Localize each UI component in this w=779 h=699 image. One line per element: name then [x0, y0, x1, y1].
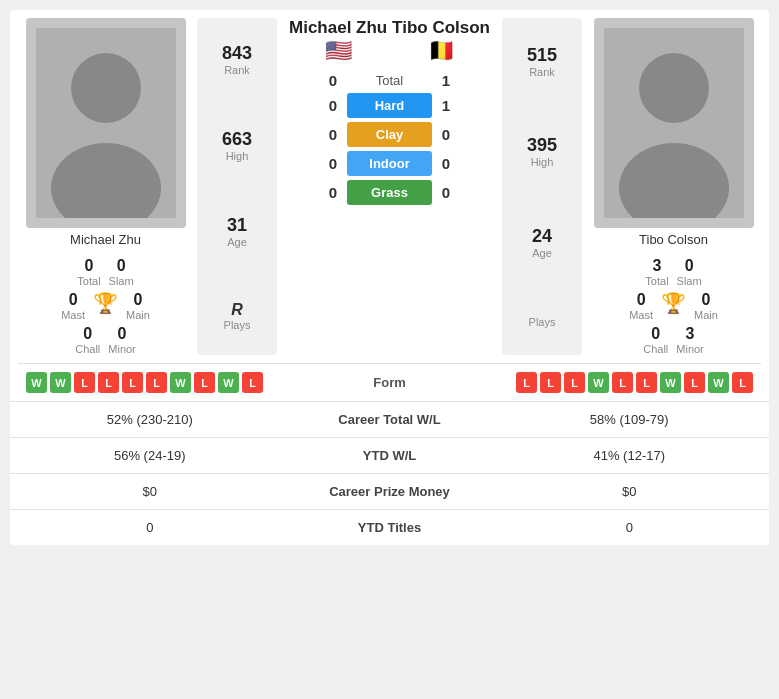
left-form-badge-7: L: [194, 372, 215, 393]
career-wl-row: 52% (230-210) Career Total W/L 58% (109-…: [10, 401, 769, 437]
center-block: Michael Zhu 🇺🇸 Tibo Colson 🇧🇪 0 Total 1 …: [281, 18, 498, 355]
left-name-flag: Michael Zhu 🇺🇸: [289, 18, 387, 64]
right-main-val: 0: [701, 291, 710, 309]
left-player-photo: [26, 18, 186, 228]
right-player-stats-3: 0 Chall 3 Minor: [586, 325, 761, 355]
left-player-title: Michael Zhu: [289, 18, 387, 38]
left-mast-val: 0: [69, 291, 78, 309]
hard-score-right: 1: [432, 97, 460, 114]
left-form-badge-9: L: [242, 372, 263, 393]
right-age-value: 24: [532, 226, 552, 247]
left-minor-val: 0: [118, 325, 127, 343]
right-chall-val: 0: [651, 325, 660, 343]
left-form-badge-1: W: [50, 372, 71, 393]
svg-point-1: [71, 53, 141, 123]
left-slam-label: Slam: [109, 275, 134, 287]
career-wl-label: Career Total W/L: [290, 402, 490, 437]
right-form-badge-5: L: [636, 372, 657, 393]
left-main-label: Main: [126, 309, 150, 321]
indoor-score-row: 0 Indoor 0: [319, 151, 460, 176]
right-chall-label: Chall: [643, 343, 668, 355]
right-slam-label: Slam: [677, 275, 702, 287]
left-chall-label: Chall: [75, 343, 100, 355]
svg-point-4: [639, 53, 709, 123]
right-total-val: 3: [653, 257, 662, 275]
left-player-stats-2: 0 Mast 🏆 0 Main: [18, 291, 193, 321]
left-player-block: Michael Zhu 0 Total 0 Slam 0 Mast 🏆: [18, 18, 193, 355]
career-wl-right: 58% (109-79): [490, 402, 770, 437]
left-rank-label: Rank: [222, 64, 252, 76]
right-high-value: 395: [527, 135, 557, 156]
clay-score-left: 0: [319, 126, 347, 143]
hard-score-row: 0 Hard 1: [319, 93, 460, 118]
right-player-stats-2: 0 Mast 🏆 0 Main: [586, 291, 761, 321]
right-plays-label: Plays: [529, 316, 556, 328]
left-form-badge-0: W: [26, 372, 47, 393]
right-form-badge-4: L: [612, 372, 633, 393]
left-age-label: Age: [227, 236, 247, 248]
right-flag: 🇧🇪: [428, 38, 455, 64]
right-minor-label: Minor: [676, 343, 704, 355]
right-form-badge-6: W: [660, 372, 681, 393]
form-right-badges: LLLWLLWLWL: [440, 372, 754, 393]
grass-score-row: 0 Grass 0: [319, 180, 460, 205]
titles-right: 0: [490, 510, 770, 545]
left-plays-value: R: [224, 301, 251, 319]
right-player-stats: 3 Total 0 Slam: [586, 257, 761, 287]
form-row: WWLLLLWLWL Form LLLWLLWLWL: [10, 364, 769, 401]
grass-score-right: 0: [432, 184, 460, 201]
total-score-row: 0 Total 1: [319, 72, 460, 89]
right-trophy-icon: 🏆: [661, 291, 686, 315]
right-rank-label: Rank: [527, 66, 557, 78]
left-high-label: High: [222, 150, 252, 162]
right-name-flag: Tibo Colson 🇧🇪: [392, 18, 490, 64]
prize-row: $0 Career Prize Money $0: [10, 473, 769, 509]
right-form-badge-8: W: [708, 372, 729, 393]
right-player-title: Tibo Colson: [392, 18, 490, 38]
clay-badge: Clay: [347, 122, 432, 147]
clay-score-right: 0: [432, 126, 460, 143]
right-age-stat: 24 Age: [532, 226, 552, 259]
right-form-badge-2: L: [564, 372, 585, 393]
total-label: Total: [347, 73, 432, 88]
titles-row: 0 YTD Titles 0: [10, 509, 769, 545]
left-high-value: 663: [222, 129, 252, 150]
left-form-badge-3: L: [98, 372, 119, 393]
right-rank-col: 515 Rank 395 High 24 Age Plays: [502, 18, 582, 355]
right-age-label: Age: [532, 247, 552, 259]
right-player-photo: [594, 18, 754, 228]
left-form-badge-4: L: [122, 372, 143, 393]
left-main-val: 0: [133, 291, 142, 309]
prize-right: $0: [490, 474, 770, 509]
right-form-badge-0: L: [516, 372, 537, 393]
prize-left: $0: [10, 474, 290, 509]
left-form-badge-5: L: [146, 372, 167, 393]
grass-score-left: 0: [319, 184, 347, 201]
form-label: Form: [340, 375, 440, 390]
names-flags-row: Michael Zhu 🇺🇸 Tibo Colson 🇧🇪: [281, 18, 498, 64]
indoor-score-right: 0: [432, 155, 460, 172]
titles-left: 0: [10, 510, 290, 545]
right-main-label: Main: [694, 309, 718, 321]
left-player-name: Michael Zhu: [70, 232, 141, 247]
right-slam-val: 0: [685, 257, 694, 275]
left-form-badge-6: W: [170, 372, 191, 393]
left-mast-label: Mast: [61, 309, 85, 321]
grass-badge: Grass: [347, 180, 432, 205]
right-form-badge-3: W: [588, 372, 609, 393]
ytd-wl-label: YTD W/L: [290, 438, 490, 473]
right-plays-stat: Plays: [529, 316, 556, 328]
right-form-badge-9: L: [732, 372, 753, 393]
total-score-right: 1: [432, 72, 460, 89]
right-player-block: Tibo Colson 3 Total 0 Slam 0 Mast 🏆: [586, 18, 761, 355]
left-plays-stat: R Plays: [224, 301, 251, 331]
left-rank-stat: 843 Rank: [222, 43, 252, 76]
right-high-stat: 395 High: [527, 135, 557, 168]
left-chall-val: 0: [83, 325, 92, 343]
left-minor-label: Minor: [108, 343, 136, 355]
hard-score-left: 0: [319, 97, 347, 114]
left-total-label: Total: [77, 275, 100, 287]
total-score-left: 0: [319, 72, 347, 89]
titles-label: YTD Titles: [290, 510, 490, 545]
right-player-name: Tibo Colson: [639, 232, 708, 247]
